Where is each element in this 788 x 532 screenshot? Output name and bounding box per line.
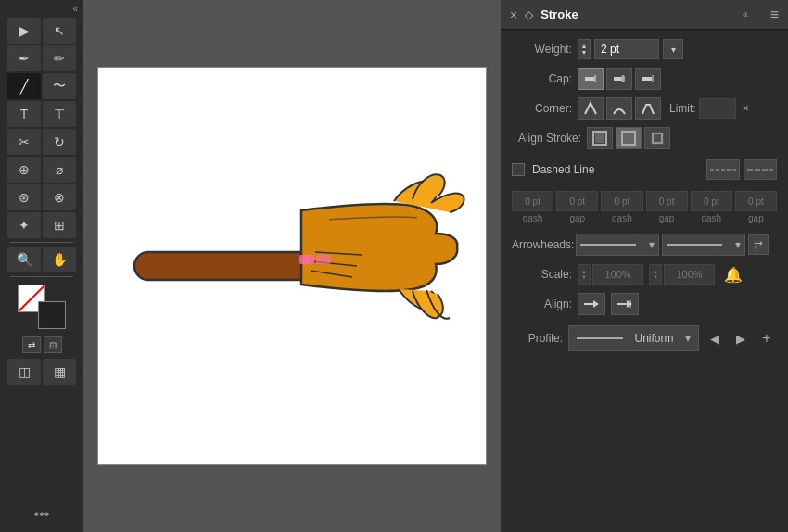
eyedropper-tool[interactable]: ✦ (7, 212, 41, 238)
curvature-tool[interactable]: 〜 (43, 73, 76, 99)
dash3-field[interactable] (691, 191, 732, 211)
align-center-btn[interactable] (616, 127, 642, 149)
weight-spinner[interactable]: ▲ ▼ (578, 39, 591, 59)
zoom-tool[interactable]: 🔍 (7, 247, 41, 272)
gap1-field[interactable] (556, 191, 598, 211)
more-tools-btn[interactable]: ••• (34, 506, 50, 523)
align-inside-btn[interactable] (587, 127, 613, 149)
width-tool[interactable]: ⊛ (7, 184, 41, 210)
direct-select-tool[interactable]: ↖ (43, 18, 76, 44)
align-stroke-btns (587, 127, 670, 149)
profile-row: Profile: Uniform ▾ ◀ ▶ + (512, 325, 777, 351)
select-tool[interactable]: ▶ (7, 18, 41, 44)
cap-square-btn[interactable] (635, 68, 661, 90)
corner-bevel-btn[interactable] (635, 97, 661, 120)
arrowheads-row: Arrowheads: ▾ ▾ ⇄ (512, 233, 777, 257)
profile-add-btn[interactable]: + (756, 328, 777, 348)
corner-miter-btn[interactable] (578, 97, 604, 120)
weight-row: Weight: ▲ ▼ ▾ (512, 37, 777, 61)
gap3-field[interactable] (735, 191, 777, 211)
scale-label: Scale: (512, 268, 572, 281)
gap2-field[interactable] (646, 191, 688, 211)
warp-tool[interactable]: ⌀ (43, 157, 76, 183)
dash1-label: dash (512, 213, 553, 223)
dash-gap-section: dash gap dash gap dash gap (512, 189, 777, 227)
weight-input-group: ▲ ▼ ▾ (578, 39, 683, 59)
profile-select[interactable]: Uniform ▾ (568, 325, 699, 351)
dashed-pattern-2-btn[interactable] (744, 159, 777, 180)
weight-dropdown[interactable]: ▾ (663, 39, 683, 59)
type-tool[interactable]: T (7, 101, 41, 127)
hand-tool[interactable]: ✋ (43, 247, 76, 272)
gap1-label: gap (556, 213, 598, 223)
arrowhead-start-select[interactable]: ▾ (576, 234, 659, 256)
limit-field[interactable] (699, 98, 736, 119)
panel-body: Weight: ▲ ▼ ▾ Cap: (501, 30, 788, 532)
arrowhead-end-select[interactable]: ▾ (662, 234, 745, 256)
line-tool[interactable]: ╱ (7, 73, 41, 99)
align-arrow1-btn[interactable] (578, 293, 605, 315)
toolbar-collapse[interactable]: « (2, 4, 82, 14)
cap-round-btn[interactable] (606, 68, 632, 90)
panel-menu-btn[interactable]: ≡ (770, 6, 779, 23)
canvas[interactable] (97, 67, 487, 465)
align-outside-btn[interactable] (644, 127, 670, 149)
dashed-line-row: Dashed Line (512, 156, 777, 184)
cap-butt-btn[interactable] (578, 68, 604, 90)
pencil-tool-row[interactable]: ✏ (43, 45, 76, 71)
weight-field[interactable] (594, 39, 659, 59)
canvas-area (83, 0, 501, 532)
divider-1 (10, 242, 74, 243)
gap3-label: gap (735, 213, 777, 223)
pen-tool[interactable]: ✒ (7, 45, 41, 71)
profile-next-btn[interactable]: ▶ (731, 328, 751, 348)
gap2-label: gap (646, 213, 688, 223)
align-stroke-label: Align Stroke: (512, 132, 581, 145)
type-path-tool[interactable]: ⊤ (43, 101, 76, 127)
dashed-checkbox[interactable] (512, 163, 525, 176)
weight-label: Weight: (512, 43, 572, 56)
scale-lock-icon[interactable]: 🔔 (724, 266, 743, 284)
scissors-tool[interactable]: ✂ (7, 129, 41, 155)
panel-title: Stroke (540, 7, 735, 21)
rotate-tool[interactable]: ↻ (43, 129, 76, 155)
align-label: Align: (512, 298, 572, 310)
align-arrow2-btn[interactable] (611, 293, 639, 315)
divider-2 (10, 276, 74, 277)
panel-close-btn[interactable]: × (510, 7, 517, 22)
scale-start-field[interactable] (592, 264, 643, 285)
scale-end-group: ▲ ▼ (649, 264, 715, 285)
panel-collapse-btn[interactable]: « (743, 9, 748, 19)
profile-prev-btn[interactable]: ◀ (705, 328, 725, 348)
corner-round-btn[interactable] (606, 97, 632, 120)
dash1-field[interactable] (512, 191, 553, 211)
blend-tool[interactable]: ⊗ (43, 184, 76, 210)
svg-rect-14 (595, 133, 604, 143)
scale-start-spinner[interactable]: ▲ ▼ (578, 264, 591, 285)
measure-tool[interactable]: ⊞ (43, 212, 76, 238)
foreground-swatch[interactable] (38, 301, 66, 329)
dashed-icons (706, 159, 777, 180)
scale-end-field[interactable] (664, 264, 715, 285)
svg-point-10 (621, 75, 625, 82)
color-mode-btn[interactable]: ◫ (7, 359, 41, 385)
svg-rect-7 (585, 77, 594, 81)
dash2-field[interactable] (601, 191, 642, 211)
swap-colors-btn[interactable]: ⇄ (22, 336, 41, 353)
arrowhead-swap-btn[interactable]: ⇄ (748, 234, 769, 255)
cap-row: Cap: (512, 67, 777, 91)
profile-label: Profile: (512, 332, 563, 345)
svg-rect-6 (316, 255, 331, 264)
broom-artwork (116, 127, 468, 405)
dash-gap-grid (512, 191, 777, 211)
cap-buttons (578, 68, 661, 90)
scale-end-spinner[interactable]: ▲ ▼ (649, 264, 662, 285)
corner-row: Corner: Limit: × (512, 96, 777, 120)
svg-rect-12 (652, 75, 654, 82)
dashed-pattern-1-btn[interactable] (706, 159, 740, 180)
default-colors-btn[interactable]: ⊡ (44, 336, 62, 353)
gradient-btn[interactable]: ▦ (43, 359, 76, 385)
limit-x[interactable]: × (743, 102, 749, 115)
corner-label: Corner: (512, 102, 572, 115)
scale-tool[interactable]: ⊕ (7, 157, 41, 183)
